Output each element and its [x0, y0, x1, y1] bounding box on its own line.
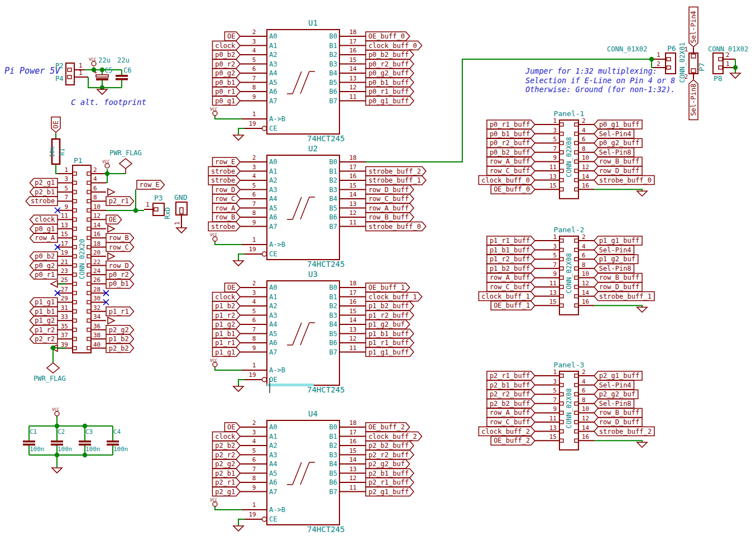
- global-label-p2_b2[interactable]: p2_b2: [213, 441, 241, 450]
- global-label-clock_buff_0[interactable]: clock_buff_0: [479, 176, 535, 185]
- global-label-p2_r1_buff[interactable]: p2_r1_buff: [366, 478, 414, 487]
- global-label-p0_b1[interactable]: p0_b1: [213, 78, 241, 87]
- cap-c2[interactable]: C2100n: [51, 426, 73, 455]
- wire[interactable]: [594, 441, 642, 442]
- wire[interactable]: [238, 380, 245, 386]
- connector-body[interactable]: [713, 53, 723, 74]
- wire[interactable]: [215, 506, 242, 510]
- connector-body[interactable]: [176, 202, 187, 215]
- global-label-p0_g2[interactable]: p0_g2: [213, 69, 241, 78]
- global-label-Sel-Pin8[interactable]: Sel-Pin8: [594, 264, 634, 273]
- global-label-strobe_buff_1[interactable]: strobe_buff_1: [594, 292, 654, 301]
- global-label-row_D_buff[interactable]: row_D_buff: [594, 283, 642, 291]
- global-label-p0_g1[interactable]: p0_g1: [213, 97, 241, 106]
- global-label-OE_buff_2[interactable]: OE_buff_2: [491, 436, 535, 445]
- global-label-clock_buff_2[interactable]: clock_buff_2: [366, 432, 422, 441]
- global-label-p2_r1[interactable]: p2_r1: [213, 478, 241, 487]
- global-label-row_C_buff[interactable]: row_C_buff: [487, 166, 535, 175]
- global-label-p0_r1[interactable]: p0_r1: [213, 87, 241, 96]
- global-label-p0_r1_buff[interactable]: p0_r1_buff: [487, 120, 535, 129]
- global-label-p1_b1_buff[interactable]: p1_b1_buff: [366, 329, 414, 338]
- global-label-Sel-Pin8[interactable]: Sel-Pin8: [594, 399, 634, 408]
- global-label-row_A_buff[interactable]: row_A_buff: [366, 204, 414, 213]
- global-label-OE_buff_1[interactable]: OE_buff_1: [491, 301, 535, 310]
- global-label-row_B[interactable]: row_B: [106, 233, 134, 242]
- cap-c3[interactable]: C3100n: [79, 426, 101, 455]
- global-label-p0_r1_buff[interactable]: p0_r1_buff: [366, 87, 414, 96]
- global-label-strobe[interactable]: strobe: [208, 167, 240, 176]
- hier-arrow[interactable]: [108, 253, 114, 260]
- hier-arrow[interactable]: [108, 189, 114, 195]
- global-label-p0_b1_buff[interactable]: p0_b1_buff: [487, 130, 535, 138]
- global-label-p1_g1_buff[interactable]: p1_g1_buff: [366, 348, 414, 357]
- global-label-p2_g1_buff[interactable]: p2_g1_buff: [594, 371, 642, 380]
- global-label-p0_r2_buff[interactable]: p0_r2_buff: [366, 60, 414, 69]
- global-label-Sel-Pin4[interactable]: Sel-Pin4: [594, 246, 634, 255]
- global-label-p0_b1_buff[interactable]: p0_b1_buff: [366, 78, 414, 87]
- global-label-OE_buff_2[interactable]: OE_buff_2: [366, 423, 410, 432]
- global-label-p2_g2_buf[interactable]: p2_g2_buf: [366, 459, 410, 468]
- cap-c6[interactable]: 22uC6: [116, 56, 131, 80]
- pwr-flag-symbol[interactable]: [47, 363, 59, 373]
- global-label-row_D[interactable]: row_D: [213, 185, 241, 194]
- global-label-row_E[interactable]: row_E: [213, 157, 241, 166]
- global-label-p0_b2[interactable]: p0_b2: [213, 50, 241, 59]
- global-label-strobe_buff_0[interactable]: strobe_buff_0: [366, 222, 426, 231]
- connector-p2-p4[interactable]: P2P411: [55, 62, 88, 85]
- global-label-p2_g2[interactable]: p2_g2: [106, 325, 134, 334]
- global-label-clock_buff_2[interactable]: clock_buff_2: [479, 427, 535, 436]
- global-label-row_A[interactable]: row_A: [213, 204, 241, 213]
- global-label-row_E[interactable]: row_E: [137, 180, 165, 189]
- global-label-p2_g2[interactable]: p2_g2: [213, 459, 241, 468]
- global-label-p1_g1[interactable]: p1_g1: [213, 348, 241, 357]
- wire[interactable]: [238, 519, 245, 526]
- global-label-row_A_buff[interactable]: row_A_buff: [487, 157, 535, 166]
- global-label-clock[interactable]: clock: [213, 293, 241, 301]
- global-label-p1_r2[interactable]: p1_r2: [213, 311, 241, 320]
- connector-body[interactable]: [153, 203, 164, 216]
- global-label-OE[interactable]: OE: [224, 32, 240, 41]
- global-label-p1_b1_buff[interactable]: p1_b1_buff: [487, 246, 535, 255]
- global-label-p1_g2[interactable]: p1_g2: [30, 316, 58, 325]
- global-label-p0_g2_buff[interactable]: p0_g2_buff: [366, 69, 414, 78]
- wire[interactable]: [594, 305, 642, 307]
- global-label-strobe[interactable]: strobe: [208, 222, 240, 231]
- global-label-clock_buff_0[interactable]: clock_buff_0: [366, 41, 422, 50]
- global-label-p2_r2[interactable]: p2_r2: [30, 334, 58, 343]
- global-label-row_C[interactable]: row_C: [106, 243, 134, 252]
- global-label-p1_b1[interactable]: p1_b1: [30, 307, 58, 316]
- global-label-Sel-Pin8[interactable]: Sel-Pin8: [594, 148, 634, 157]
- global-label-p1_g2_buf[interactable]: p1_g2_buf: [366, 320, 410, 329]
- connector-body[interactable]: [689, 53, 698, 74]
- global-label-Sel-Pin8[interactable]: Sel-Pin8: [689, 80, 698, 119]
- global-label-Sel-Pin4[interactable]: Sel-Pin4: [594, 381, 634, 390]
- global-label-p1_r1_buff[interactable]: p1_r1_buff: [366, 338, 414, 347]
- global-label-p0_b2_buff[interactable]: p0_b2_buff: [366, 50, 414, 59]
- global-label-p1_b2[interactable]: p1_b2: [213, 301, 241, 310]
- global-label-p2_b2_buff[interactable]: p2_b2_buff: [487, 399, 535, 408]
- global-label-OE[interactable]: OE: [106, 215, 122, 224]
- global-label-row_C_buff[interactable]: row_C_buff: [366, 194, 414, 203]
- global-label-p1_b2_buff[interactable]: p1_b2_buff: [366, 301, 414, 310]
- global-label-OE_buff_0[interactable]: OE_buff_0: [366, 32, 410, 41]
- global-label-p2_r2[interactable]: p2_r2: [213, 451, 241, 459]
- global-label-OE[interactable]: OE: [51, 117, 60, 132]
- global-label-Sel-Pin4[interactable]: Sel-Pin4: [594, 130, 634, 138]
- global-label-p1_r2_buff[interactable]: p1_r2_buff: [487, 255, 535, 264]
- wire[interactable]: [594, 189, 642, 191]
- hier-arrow[interactable]: [108, 317, 114, 324]
- global-label-OE[interactable]: OE: [224, 423, 240, 432]
- global-label-p0_r2[interactable]: p0_r2: [213, 60, 241, 69]
- global-label-p2_r1[interactable]: p2_r1: [106, 197, 134, 205]
- global-label-p2_b2_buff[interactable]: p2_b2_buff: [366, 441, 414, 450]
- global-label-p0_b2_buff[interactable]: p0_b2_buff: [487, 148, 535, 157]
- global-label-p0_r2[interactable]: p0_r2: [106, 270, 134, 279]
- global-label-p1_g1[interactable]: p1_g1: [30, 298, 58, 307]
- cap-c1[interactable]: C1100n: [23, 426, 45, 455]
- global-label-strobe_buff_2[interactable]: strobe_buff_2: [594, 427, 654, 436]
- wire[interactable]: [56, 164, 58, 174]
- global-label-row_C_buff[interactable]: row_C_buff: [487, 283, 535, 291]
- global-label-p1_r1[interactable]: p1_r1: [213, 338, 241, 347]
- global-label-p1_r2[interactable]: p1_r2: [30, 325, 58, 334]
- global-label-p0_r1[interactable]: p0_r1: [30, 270, 58, 279]
